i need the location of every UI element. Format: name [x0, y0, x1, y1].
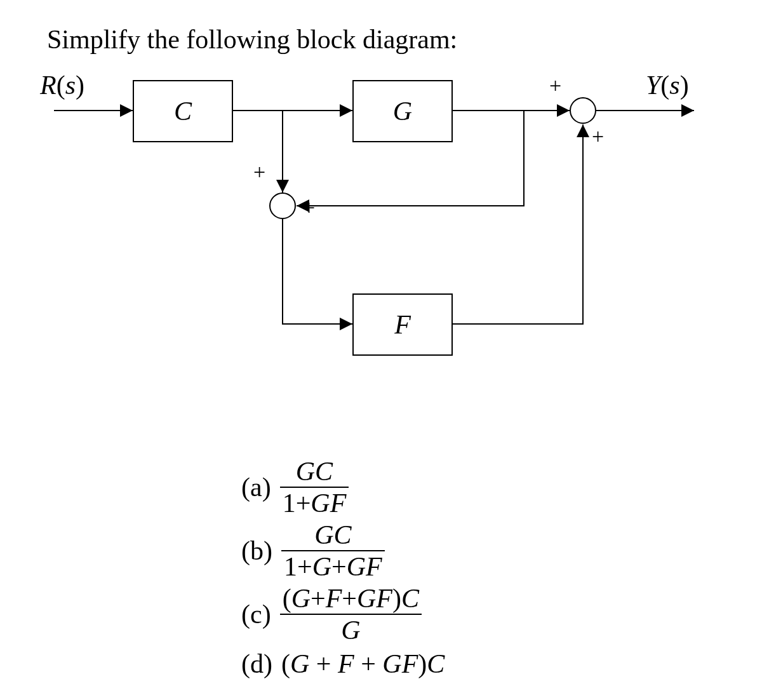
answer-c-fraction: (G+F+GF)C G — [280, 584, 422, 644]
answer-option-c: (c) (G+F+GF)C G — [241, 584, 444, 644]
block-g-label: G — [393, 96, 412, 126]
answer-b-numerator: GC — [314, 520, 351, 549]
block-diagram: R(s) Y(s) C G F + + + + — [43, 70, 705, 387]
answer-a-numerator: GC — [296, 457, 333, 486]
answer-a-fraction: GC 1+GF — [280, 457, 349, 517]
inner-summer-sign-top: + — [253, 160, 265, 184]
question-prompt: Simplify the following block diagram: — [47, 24, 457, 55]
answer-c-label: (c) — [241, 599, 271, 629]
answer-options: (a) GC 1+GF (b) GC 1+G+GF (c) (G+F+GF)C … — [241, 457, 444, 683]
output-summer-sign-bottom: + — [592, 125, 604, 149]
answer-d-label: (d) — [241, 649, 272, 679]
block-f-label: F — [394, 309, 411, 340]
answer-b-fraction: GC 1+G+GF — [281, 521, 385, 581]
summing-junction-output — [570, 97, 596, 124]
answer-option-d: (d) (G + F + GF)C — [241, 649, 444, 679]
answer-option-a: (a) GC 1+GF — [241, 457, 444, 517]
output-summer-sign-top: + — [549, 74, 561, 98]
block-c-label: C — [174, 96, 192, 126]
output-signal-label: Y(s) — [646, 70, 689, 100]
page: Simplify the following block diagram: — [0, 0, 762, 700]
answer-option-b: (b) GC 1+G+GF — [241, 521, 444, 581]
answer-a-label: (a) — [241, 472, 271, 502]
input-signal-label: R(s) — [40, 70, 84, 100]
summing-junction-inner — [269, 192, 296, 219]
answer-c-denominator: G — [341, 616, 360, 645]
inner-summer-sign-right: + — [303, 196, 315, 220]
block-f: F — [352, 293, 453, 356]
block-g: G — [352, 80, 453, 142]
block-c: C — [133, 80, 233, 142]
answer-b-label: (b) — [241, 535, 272, 566]
answer-d-expression: (G + F + GF)C — [281, 649, 444, 679]
